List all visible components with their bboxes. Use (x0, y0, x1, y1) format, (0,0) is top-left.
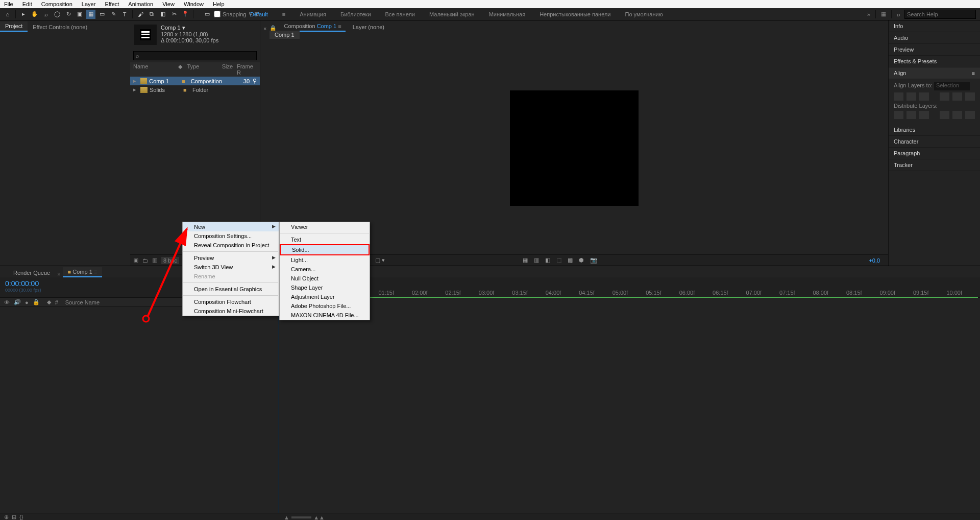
flowchart-icon[interactable]: ⚲ (253, 78, 257, 84)
orbit-tool-icon[interactable]: ◯ (53, 10, 62, 19)
search-help-input[interactable] (904, 10, 976, 19)
selection-tool-icon[interactable]: ▸ (19, 10, 28, 19)
ctx-new-camera[interactable]: Camera... (280, 265, 370, 274)
ctx-switch-3d-view[interactable]: Switch 3D View (183, 263, 279, 272)
shape-tool-icon[interactable]: ▭ (97, 10, 107, 19)
ctx-new-viewer[interactable]: Viewer (280, 222, 370, 231)
menu-composition[interactable]: Composition (39, 1, 75, 7)
workspace-animation[interactable]: Анимация (300, 11, 326, 17)
label-swatch[interactable]: ■ (183, 87, 190, 93)
ctx-new-shape-layer[interactable]: Shape Layer (280, 283, 370, 292)
menu-edit[interactable]: Edit (20, 1, 34, 7)
ctx-reveal-composition-in-project[interactable]: Reveal Composition in Project (183, 241, 279, 250)
toggle-switches-icon[interactable]: ⊕ (4, 514, 9, 520)
col-type[interactable]: Type (187, 63, 222, 76)
new-folder-icon[interactable]: 🗀 (142, 257, 148, 264)
panel-align[interactable]: Align≡ (889, 67, 980, 79)
align-top-icon[interactable] (940, 92, 949, 101)
label-col-icon[interactable]: ◆ (47, 299, 51, 305)
tab-composition-viewer[interactable]: Composition Comp 1 ≡ (280, 21, 345, 32)
hand-tool-icon[interactable]: ✋ (30, 10, 39, 19)
menu-help[interactable]: Help (211, 1, 227, 7)
align-right-icon[interactable] (919, 92, 929, 101)
col-name[interactable]: Name (133, 63, 178, 76)
panel-character[interactable]: Character (889, 136, 980, 148)
guides-icon[interactable]: ▥ (534, 257, 541, 264)
menu-view[interactable]: View (160, 1, 177, 7)
playhead[interactable] (279, 298, 279, 513)
anchor-tool-icon[interactable]: ▦ (86, 10, 95, 19)
puppet-tool-icon[interactable]: 📍 (181, 10, 190, 19)
dist-top-icon[interactable] (894, 111, 903, 119)
menu-layer[interactable]: Layer (80, 1, 98, 7)
col-size[interactable]: Size (222, 63, 237, 76)
exposure-value[interactable]: +0,0 (869, 257, 880, 264)
workspace-menu-icon[interactable]: ≡ (282, 11, 285, 17)
grid-icon[interactable]: ▦ (523, 257, 530, 264)
twisty-icon[interactable]: ▸ (133, 78, 138, 84)
panel-info[interactable]: Info (889, 20, 980, 32)
dist-right-icon[interactable] (965, 111, 975, 119)
col-framerate[interactable]: Frame R (237, 63, 257, 76)
snapshot-icon[interactable]: 📷 (590, 257, 597, 264)
comp-name[interactable]: Comp 1 ▾ (161, 25, 218, 31)
project-item-comp1[interactable]: ▸ Comp 1 ■ Composition 30 ⚲ (130, 77, 260, 85)
panel-menu-icon[interactable]: ≡ (972, 70, 975, 76)
dist-hcenter-icon[interactable] (952, 111, 962, 119)
toggle-modes-icon[interactable]: ⊟ (12, 514, 16, 520)
eraser-tool-icon[interactable]: ◧ (158, 10, 167, 19)
panel-grid-icon[interactable]: ▦ (881, 11, 886, 17)
comp-thumbnail[interactable] (134, 25, 157, 45)
panel-audio[interactable]: Audio (889, 32, 980, 44)
ctx-new-maxon-cinema-4d-file[interactable]: MAXON CINEMA 4D File... (280, 311, 370, 320)
twisty-icon[interactable]: ▸ (133, 86, 138, 93)
camera-tool-icon[interactable]: ▣ (75, 10, 84, 19)
align-vcenter-icon[interactable] (952, 92, 962, 101)
res-dropdown-icon[interactable]: ▢ ▾ (375, 257, 385, 264)
project-item-solids[interactable]: ▸ Solids ■ Folder (130, 85, 260, 94)
transparency-icon[interactable]: ▩ (568, 257, 575, 264)
ctx-composition-mini-flowchart[interactable]: Composition Mini-Flowchart (183, 306, 279, 316)
text-tool-icon[interactable]: T (120, 10, 129, 19)
sourcename-col[interactable]: Source Name (65, 299, 100, 305)
zoom-out-icon[interactable]: ▲ (284, 514, 289, 520)
panel-libraries[interactable]: Libraries (889, 124, 980, 136)
zoom-tool-icon[interactable]: ⌕ (41, 10, 51, 19)
align-to-select[interactable]: Selection (934, 82, 970, 90)
lock-col-icon[interactable]: 🔒 (33, 299, 40, 305)
roto-tool-icon[interactable]: ✂ (169, 10, 179, 19)
close-tab-icon[interactable]: × (263, 26, 266, 32)
audio-col-icon[interactable]: 🔊 (14, 299, 21, 305)
menu-file[interactable]: File (2, 1, 15, 7)
align-left-icon[interactable] (894, 92, 903, 101)
workspace-smallscreen[interactable]: Маленький экран (429, 11, 475, 17)
workspace-default-ru[interactable]: По умолчанию (625, 11, 663, 17)
toggle-brackets-icon[interactable]: {} (19, 514, 23, 520)
workspace-libraries[interactable]: Библиотеки (340, 11, 371, 17)
ctx-new-light[interactable]: Light... (280, 255, 370, 265)
home-icon[interactable]: ⌂ (3, 10, 12, 19)
breadcrumb-comp1[interactable]: Comp 1 (270, 31, 300, 39)
ctx-new-adjustment-layer[interactable]: Adjustment Layer (280, 292, 370, 301)
snapping-checkbox[interactable] (214, 11, 220, 17)
ctx-new-text[interactable]: Text (280, 235, 370, 244)
dist-left-icon[interactable] (940, 111, 949, 119)
dist-bottom-icon[interactable] (919, 111, 929, 119)
eye-col-icon[interactable]: 👁 (4, 299, 10, 305)
workspace-default[interactable]: Default (250, 11, 268, 17)
panel-paragraph[interactable]: Paragraph (889, 148, 980, 159)
workspace-overflow-icon[interactable]: » (867, 11, 870, 17)
panel-effects-presets[interactable]: Effects & Presets (889, 56, 980, 67)
interpret-footage-icon[interactable]: ▣ (133, 257, 138, 264)
3d-icon[interactable]: ⬢ (579, 257, 586, 264)
menu-effect[interactable]: Effect (103, 1, 121, 7)
ctx-preview[interactable]: Preview (183, 253, 279, 263)
panel-preview[interactable]: Preview (889, 44, 980, 56)
ctx-new-adobe-photoshop-file[interactable]: Adobe Photoshop File... (280, 301, 370, 311)
tab-render-queue[interactable]: Render Queue (8, 268, 55, 277)
project-search[interactable]: ⌕ (133, 51, 257, 60)
ctx-new-null-object[interactable]: Null Object (280, 274, 370, 283)
ctx-composition-flowchart[interactable]: Composition Flowchart (183, 297, 279, 306)
workspace-undocked[interactable]: Непристыкованные панели (540, 11, 610, 17)
align-bottom-icon[interactable] (965, 92, 975, 101)
